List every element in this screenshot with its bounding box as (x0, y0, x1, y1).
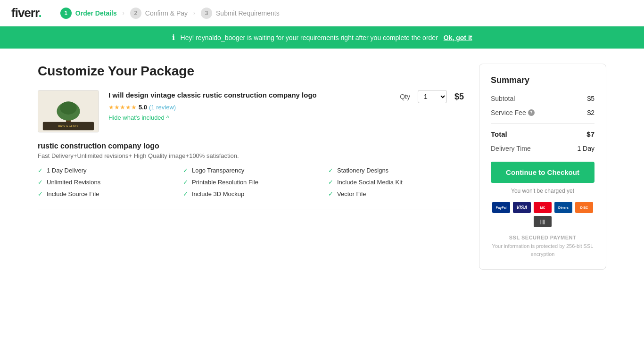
step-2-number: 2 (130, 8, 141, 19)
hide-arrow-icon: ^ (166, 114, 169, 121)
header: fiverr. 1 Order Details › 2 Confirm & Pa… (0, 0, 644, 26)
delivery-row: Delivery Time 1 Day (491, 145, 594, 152)
delivery-label: Delivery Time (491, 145, 531, 152)
qty-select[interactable]: 1 2 3 (418, 90, 447, 103)
step-2-label: Confirm & Pay (145, 9, 188, 17)
feature-label: Include 3D Mockup (192, 190, 244, 197)
check-icon: ✓ (328, 190, 333, 197)
subtotal-value: $5 (587, 95, 594, 102)
product-info: I will design vintage classic rustic con… (108, 90, 381, 121)
summary-title: Summary (491, 75, 594, 85)
features-desc: Fast Delivery+Unlimited revisions+ High … (38, 152, 464, 159)
feature-label: 1 Day Delivery (47, 167, 87, 174)
service-fee-label-group: Service Fee ? (491, 109, 535, 116)
list-item: ✓ Printable Resolution File (183, 179, 319, 186)
step-3-number: 3 (201, 8, 212, 19)
hide-link[interactable]: Hide what's included ^ (108, 114, 169, 121)
features-section: rustic construction company logo Fast De… (38, 142, 464, 197)
check-icon: ✓ (183, 190, 188, 197)
product-image: IRON & ALDER (38, 90, 99, 132)
service-fee-info-icon[interactable]: ? (528, 109, 535, 116)
svg-text:IRON & ALDER: IRON & ALDER (58, 125, 79, 128)
hide-link-text: Hide what's included (108, 114, 165, 121)
step-1-label: Order Details (75, 9, 117, 17)
step-3-label: Submit Requirements (216, 9, 280, 17)
qty-label: Qty (400, 93, 410, 100)
payment-icons: PayPal VISA MC Diners DISC |||| (491, 202, 594, 227)
feature-label: Vector File (337, 190, 366, 197)
total-label: Total (491, 130, 507, 138)
notification-banner: ℹ Hey! reynaldo_booger is waiting for yo… (0, 26, 644, 49)
list-item: ✓ Include Source File (38, 190, 173, 197)
product-title: I will design vintage classic rustic con… (108, 90, 381, 100)
list-item: ✓ Include 3D Mockup (183, 190, 319, 197)
list-item: ✓ Stationery Designs (328, 167, 464, 174)
service-fee-label: Service Fee (491, 109, 526, 116)
total-value: $7 (586, 130, 594, 138)
step-3[interactable]: 3 Submit Requirements (201, 8, 280, 19)
ssl-section: SSL SECURED PAYMENT Your information is … (491, 235, 594, 258)
paypal-icon: PayPal (492, 202, 510, 213)
checkout-button[interactable]: Continue to Checkout (491, 162, 594, 183)
list-item: ✓ Include Social Media Kit (328, 179, 464, 186)
ssl-title: SSL SECURED PAYMENT (491, 235, 594, 240)
summary-card: Summary Subtotal $5 Service Fee ? $2 Tot… (479, 64, 606, 270)
banner-text: Hey! reynaldo_booger is waiting for your… (181, 34, 438, 41)
page-title: Customize Your Package (38, 64, 464, 79)
list-item: ✓ 1 Day Delivery (38, 167, 173, 174)
visa-icon: VISA (513, 202, 531, 213)
feature-label: Unlimited Revisions (47, 179, 100, 186)
check-icon: ✓ (328, 179, 333, 186)
other-payment-icon: |||| (534, 216, 552, 227)
product-price: $5 (454, 92, 464, 102)
service-fee-value: $2 (587, 109, 594, 116)
arrow-2: › (193, 10, 195, 16)
rating-value: 5.0 (139, 104, 147, 111)
feature-label: Stationery Designs (337, 167, 388, 174)
step-1-number: 1 (60, 8, 72, 19)
summary-divider (491, 123, 594, 123)
main-content: Customize Your Package IRON & ALDER (38, 64, 464, 270)
banner-ok-link[interactable]: Ok, got it (444, 34, 472, 41)
feature-label: Logo Transparency (192, 167, 244, 174)
check-icon: ✓ (328, 167, 333, 174)
check-icon: ✓ (38, 167, 43, 174)
feature-label: Include Source File (47, 190, 99, 197)
product-card: IRON & ALDER I will design vintage class… (38, 90, 464, 132)
discover-icon: DISC (575, 202, 593, 213)
arrow-1: › (123, 10, 124, 16)
list-item: ✓ Logo Transparency (183, 167, 319, 174)
check-icon: ✓ (183, 179, 188, 186)
check-icon: ✓ (38, 190, 43, 197)
stars: ★★★★★ (108, 104, 137, 111)
features-grid: ✓ 1 Day Delivery ✓ Logo Transparency ✓ S… (38, 167, 464, 197)
diners-icon: Diners (554, 202, 572, 213)
no-charge-text: You won't be charged yet (491, 188, 594, 194)
divider (38, 209, 464, 209)
step-1[interactable]: 1 Order Details (60, 8, 117, 19)
list-item: ✓ Unlimited Revisions (38, 179, 173, 186)
product-rating: ★★★★★ 5.0 (1 review) (108, 104, 381, 111)
check-icon: ✓ (183, 167, 188, 174)
feature-label: Printable Resolution File (192, 179, 258, 186)
total-row: Total $7 (491, 130, 594, 138)
check-icon: ✓ (38, 179, 43, 186)
info-icon: ℹ (172, 33, 175, 42)
list-item: ✓ Vector File (328, 190, 464, 197)
logo[interactable]: fiverr. (11, 6, 41, 20)
review-count: (1 review) (149, 104, 176, 111)
step-2[interactable]: 2 Confirm & Pay (130, 8, 188, 19)
delivery-value: 1 Day (577, 145, 594, 152)
service-fee-row: Service Fee ? $2 (491, 109, 594, 116)
summary-sidebar: Summary Subtotal $5 Service Fee ? $2 Tot… (479, 64, 606, 270)
subtotal-label: Subtotal (491, 95, 515, 102)
steps-nav: 1 Order Details › 2 Confirm & Pay › 3 Su… (60, 8, 280, 19)
mastercard-icon: MC (534, 202, 552, 213)
features-title: rustic construction company logo (38, 142, 464, 150)
svg-point-3 (60, 101, 76, 115)
feature-label: Include Social Media Kit (337, 179, 403, 186)
subtotal-row: Subtotal $5 (491, 95, 594, 102)
qty-price-section: Qty 1 2 3 $5 (400, 90, 464, 103)
ssl-desc: Your information is protected by 256-bit… (491, 242, 594, 258)
